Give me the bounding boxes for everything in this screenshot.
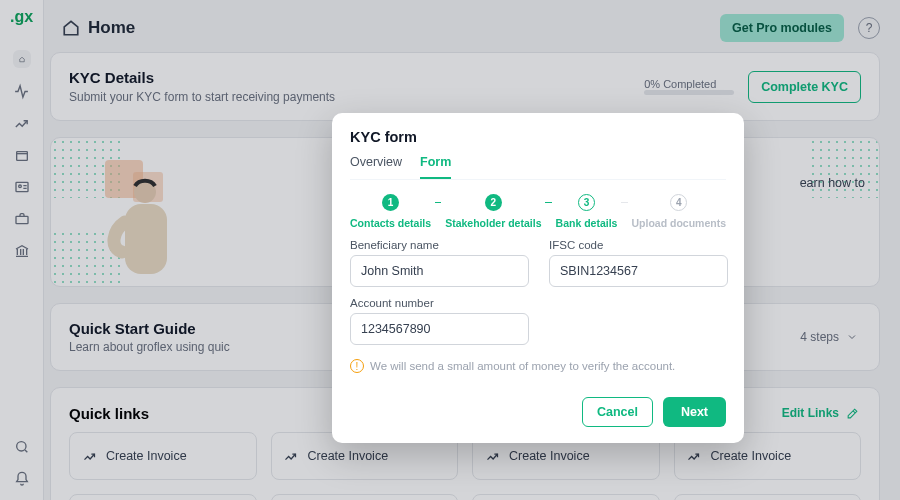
step-label: Upload documents [632,217,727,229]
account-input[interactable] [350,313,529,345]
step-label: Contacts details [350,217,431,229]
kyc-form-modal: KYC form Overview Form 1 Contacts detail… [332,113,744,443]
note-text: We will send a small amount of money to … [370,360,675,372]
cancel-button[interactable]: Cancel [582,397,653,427]
next-button[interactable]: Next [663,397,726,427]
verification-note: ! We will send a small amount of money t… [350,359,726,373]
modal-title: KYC form [350,129,726,145]
warning-icon: ! [350,359,364,373]
account-label: Account number [350,297,529,309]
beneficiary-input[interactable] [350,255,529,287]
form-stepper: 1 Contacts details 2 Stakeholder details… [350,194,726,229]
tab-form[interactable]: Form [420,155,451,179]
step-contacts[interactable]: 1 Contacts details [350,194,431,229]
step-label: Stakeholder details [445,217,541,229]
step-bank[interactable]: 3 Bank details [556,194,618,229]
step-label: Bank details [556,217,618,229]
step-stakeholder[interactable]: 2 Stakeholder details [445,194,541,229]
ifsc-label: IFSC code [549,239,728,251]
step-upload[interactable]: 4 Upload documents [632,194,727,229]
tab-overview[interactable]: Overview [350,155,402,179]
ifsc-input[interactable] [549,255,728,287]
beneficiary-label: Beneficiary name [350,239,529,251]
